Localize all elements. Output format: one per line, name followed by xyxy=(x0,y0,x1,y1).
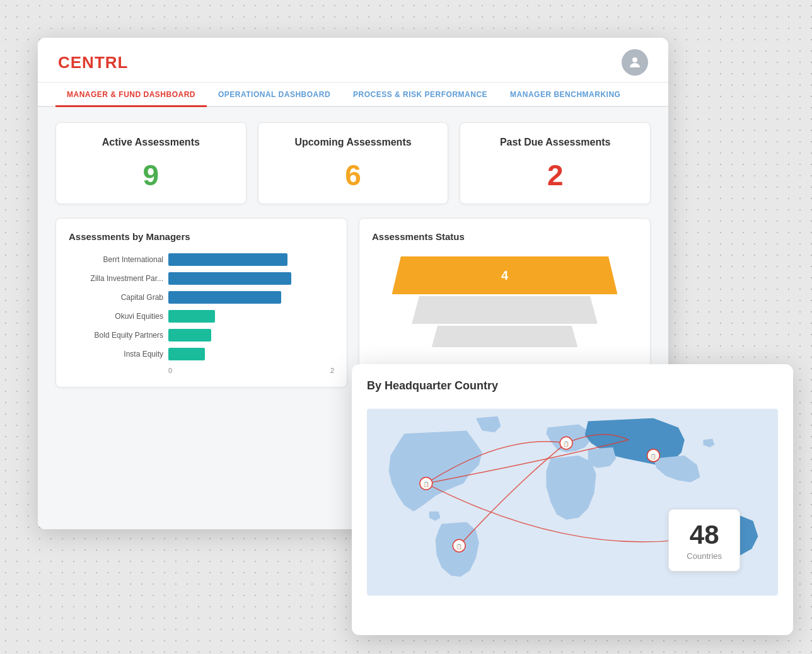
bar-fill-0 xyxy=(168,253,287,266)
x-label-1: 2 xyxy=(330,367,334,374)
managers-chart-title: Assessments by Managers xyxy=(69,231,334,242)
stat-active-value: 9 xyxy=(69,158,233,192)
bar-chart: Berrt International Zilla Investment Par… xyxy=(69,253,334,374)
stat-pastdue-title: Past Due Assessments xyxy=(473,137,637,148)
bar-label-5: Insta Equity xyxy=(69,350,163,359)
countries-badge: 48 Countries xyxy=(668,509,740,571)
stat-card-active: Active Assessments 9 xyxy=(55,122,246,204)
funnel-bar-top: 4 xyxy=(392,256,618,294)
funnel-bar-low xyxy=(432,326,578,347)
funnel-container: 4 xyxy=(372,253,637,349)
bar-row-4: Bold Equity Partners xyxy=(69,329,334,341)
bar-fill-1 xyxy=(168,272,291,285)
managers-chart-card: Assessments by Managers Berrt Internatio… xyxy=(55,218,347,387)
bar-label-0: Berrt International xyxy=(69,255,163,264)
x-axis: 0 2 xyxy=(69,367,334,374)
bar-row-1: Zilla Investment Par... xyxy=(69,272,334,285)
funnel-bar-mid xyxy=(412,296,598,324)
bar-label-1: Zilla Investment Par... xyxy=(69,274,163,283)
bar-row-3: Okuvi Equities xyxy=(69,310,334,323)
bar-label-4: Bold Equity Partners xyxy=(69,331,163,340)
funnel-value: 4 xyxy=(501,268,508,283)
header: CENTRL xyxy=(38,38,668,83)
svg-text:📋: 📋 xyxy=(456,543,462,549)
chart-row: Assessments by Managers Berrt Internatio… xyxy=(55,218,651,387)
countries-number: 48 xyxy=(687,520,722,550)
bar-label-2: Capital Grab xyxy=(69,293,163,302)
status-chart-card: Assessments Status 4 xyxy=(359,218,651,387)
avatar[interactable] xyxy=(622,49,648,76)
bar-track-2 xyxy=(168,291,334,304)
stat-card-upcoming: Upcoming Assessments 6 xyxy=(258,122,449,204)
stat-upcoming-value: 6 xyxy=(271,158,436,192)
svg-text:📋: 📋 xyxy=(563,440,569,447)
bar-track-4 xyxy=(168,329,334,341)
map-title: By Headquarter Country xyxy=(367,379,778,393)
bar-track-0 xyxy=(168,253,334,266)
bar-track-1 xyxy=(168,272,334,285)
bar-track-5 xyxy=(168,348,334,360)
bar-track-3 xyxy=(168,310,334,323)
bar-row-2: Capital Grab xyxy=(69,291,334,304)
bar-row-0: Berrt International xyxy=(69,253,334,266)
bar-row-5: Insta Equity xyxy=(69,348,334,360)
status-chart-title: Assessments Status xyxy=(372,231,637,242)
tab-manager-fund[interactable]: MANAGER & FUND DASHBOARD xyxy=(55,83,207,107)
tab-manager-bench[interactable]: MANAGER BENCHMARKING xyxy=(499,83,632,107)
svg-text:📋: 📋 xyxy=(423,481,429,487)
svg-point-0 xyxy=(632,57,637,62)
bar-fill-5 xyxy=(168,348,205,360)
bar-fill-2 xyxy=(168,291,281,304)
map-svg-container: 📋 📋 📋 📋 📋 48 Countries xyxy=(367,401,778,603)
countries-label: Countries xyxy=(687,551,722,561)
stat-pastdue-value: 2 xyxy=(473,158,637,192)
bar-label-3: Okuvi Equities xyxy=(69,312,163,321)
x-label-0: 0 xyxy=(168,367,172,374)
bar-fill-3 xyxy=(168,310,215,323)
world-map-svg: 📋 📋 📋 📋 📋 xyxy=(367,401,778,603)
svg-text:📋: 📋 xyxy=(650,453,656,459)
stat-card-pastdue: Past Due Assessments 2 xyxy=(460,122,651,204)
stat-active-title: Active Assessments xyxy=(69,137,233,148)
stat-upcoming-title: Upcoming Assessments xyxy=(271,137,436,148)
logo: CENTRL xyxy=(58,53,128,72)
tab-process-risk[interactable]: PROCESS & RISK PERFORMANCE xyxy=(342,83,499,107)
stat-cards-row: Active Assessments 9 Upcoming Assessment… xyxy=(55,122,651,204)
bar-fill-4 xyxy=(168,329,211,341)
map-card: By Headquarter Country xyxy=(352,364,793,635)
tab-operational[interactable]: OPERATIONAL DASHBOARD xyxy=(207,83,342,107)
nav-tabs: MANAGER & FUND DASHBOARD OPERATIONAL DAS… xyxy=(38,83,668,107)
